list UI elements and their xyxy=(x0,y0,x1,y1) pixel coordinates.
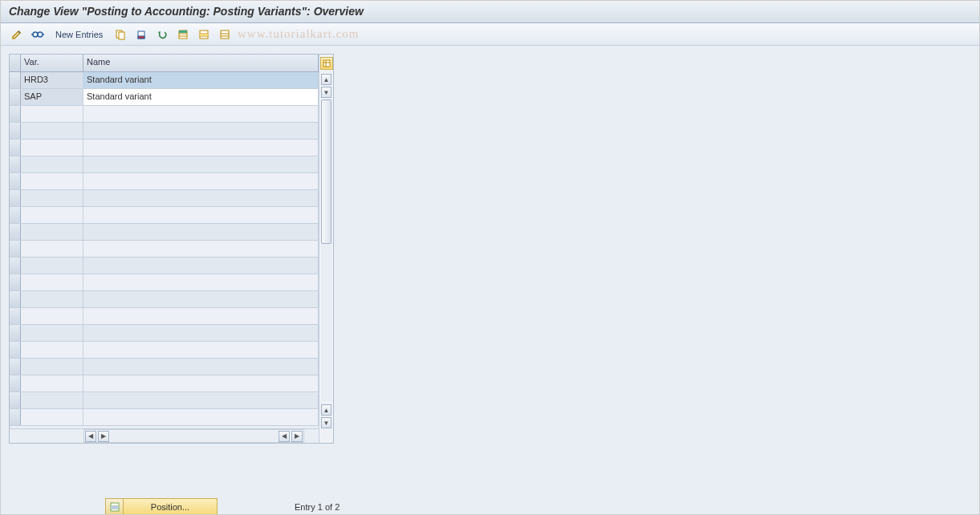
cell-var[interactable] xyxy=(21,392,83,408)
cell-var[interactable] xyxy=(21,409,83,425)
cell-var[interactable] xyxy=(21,207,83,223)
scroll-right-icon[interactable]: ▶ xyxy=(291,431,303,442)
scroll-left-step-icon[interactable]: ◀ xyxy=(279,431,290,442)
cell-name[interactable] xyxy=(83,308,319,324)
horizontal-scrollbar: ◀ ▶ ◀ ▶ xyxy=(10,428,319,443)
cell-var[interactable] xyxy=(21,190,83,206)
new-entries-button[interactable]: New Entries xyxy=(51,28,108,41)
row-selector[interactable] xyxy=(10,106,21,122)
cell-name[interactable] xyxy=(83,106,319,122)
row-selector[interactable] xyxy=(10,308,21,324)
cell-name[interactable] xyxy=(83,409,319,425)
row-selector[interactable] xyxy=(10,207,21,223)
cell-var[interactable] xyxy=(21,291,83,307)
copy-icon[interactable] xyxy=(112,26,128,43)
row-selector[interactable] xyxy=(10,241,21,257)
scroll-up-icon[interactable]: ▲ xyxy=(321,74,331,85)
delete-icon[interactable] xyxy=(133,26,149,43)
column-header-name[interactable]: Name xyxy=(83,55,319,71)
row-selector[interactable] xyxy=(10,375,21,391)
cell-var[interactable] xyxy=(21,308,83,324)
table-row xyxy=(10,190,319,207)
cell-name[interactable] xyxy=(83,123,319,139)
cell-name[interactable] xyxy=(83,207,319,223)
cell-name[interactable] xyxy=(83,224,319,240)
cell-var[interactable] xyxy=(21,224,83,240)
position-button[interactable]: Position... xyxy=(105,498,218,515)
select-block-icon[interactable] xyxy=(196,26,212,43)
cell-var[interactable] xyxy=(21,156,83,172)
row-selector[interactable] xyxy=(10,72,21,88)
table-config-icon[interactable] xyxy=(320,57,333,70)
row-selector[interactable] xyxy=(10,123,21,139)
deselect-icon[interactable] xyxy=(217,26,233,43)
table-row xyxy=(10,291,319,308)
svg-rect-16 xyxy=(221,30,229,39)
scroll-left-icon[interactable]: ◀ xyxy=(85,431,96,442)
table-row xyxy=(10,409,319,426)
cell-var[interactable] xyxy=(21,342,83,358)
cell-name[interactable] xyxy=(83,173,319,189)
cell-name[interactable]: Standard variant xyxy=(83,89,319,105)
scroll-right-step-icon[interactable]: ▶ xyxy=(98,431,109,442)
row-selector[interactable] xyxy=(10,156,21,172)
row-selector[interactable] xyxy=(10,359,21,375)
undo-icon[interactable] xyxy=(154,26,170,43)
select-all-icon[interactable] xyxy=(175,26,191,43)
row-selector[interactable] xyxy=(10,342,21,358)
column-header-var[interactable]: Var. xyxy=(21,55,83,71)
row-selector[interactable] xyxy=(10,291,21,307)
row-selector[interactable] xyxy=(10,173,21,189)
cell-name[interactable] xyxy=(83,342,319,358)
svg-point-0 xyxy=(33,32,38,37)
horizontal-scroll-track[interactable] xyxy=(110,432,278,441)
cell-name[interactable] xyxy=(83,140,319,156)
cell-name[interactable] xyxy=(83,375,319,391)
table-corner[interactable] xyxy=(10,55,21,71)
scroll-down-icon[interactable]: ▼ xyxy=(321,417,331,428)
cell-name[interactable] xyxy=(83,392,319,408)
watermark-text: www.tutorialkart.com xyxy=(238,27,360,41)
cell-name[interactable] xyxy=(83,156,319,172)
table-row xyxy=(10,342,319,359)
cell-var[interactable] xyxy=(21,241,83,257)
scroll-up-step-icon[interactable]: ▲ xyxy=(321,404,331,416)
cell-name[interactable] xyxy=(83,359,319,375)
row-selector[interactable] xyxy=(10,409,21,425)
vertical-scroll-track[interactable] xyxy=(321,99,331,401)
row-selector[interactable] xyxy=(10,274,21,290)
table-row: SAPStandard variant xyxy=(10,89,319,106)
display-icon[interactable] xyxy=(30,26,46,43)
cell-name[interactable] xyxy=(83,325,319,341)
cell-var[interactable] xyxy=(21,258,83,274)
row-selector[interactable] xyxy=(10,392,21,408)
cell-name[interactable] xyxy=(83,274,319,290)
cell-var[interactable] xyxy=(21,325,83,341)
cell-var[interactable] xyxy=(21,140,83,156)
row-selector[interactable] xyxy=(10,140,21,156)
row-selector[interactable] xyxy=(10,89,21,105)
cell-name[interactable] xyxy=(83,291,319,307)
row-selector[interactable] xyxy=(10,325,21,341)
row-selector[interactable] xyxy=(10,190,21,206)
cell-name[interactable]: Standard variant xyxy=(83,72,319,88)
vertical-scroll-thumb[interactable] xyxy=(321,99,331,244)
change-icon[interactable] xyxy=(9,26,25,43)
cell-var[interactable]: SAP xyxy=(21,89,83,105)
cell-name[interactable] xyxy=(83,258,319,274)
scroll-down-step-icon[interactable]: ▼ xyxy=(321,87,331,98)
cell-name[interactable] xyxy=(83,190,319,206)
svg-rect-25 xyxy=(111,506,119,509)
table-row xyxy=(10,359,319,375)
cell-var[interactable] xyxy=(21,359,83,375)
row-selector[interactable] xyxy=(10,224,21,240)
cell-var[interactable]: HRD3 xyxy=(21,72,83,88)
svg-point-1 xyxy=(38,32,43,37)
cell-var[interactable] xyxy=(21,106,83,122)
cell-var[interactable] xyxy=(21,123,83,139)
cell-var[interactable] xyxy=(21,274,83,290)
cell-name[interactable] xyxy=(83,241,319,257)
cell-var[interactable] xyxy=(21,375,83,391)
cell-var[interactable] xyxy=(21,173,83,189)
row-selector[interactable] xyxy=(10,258,21,274)
